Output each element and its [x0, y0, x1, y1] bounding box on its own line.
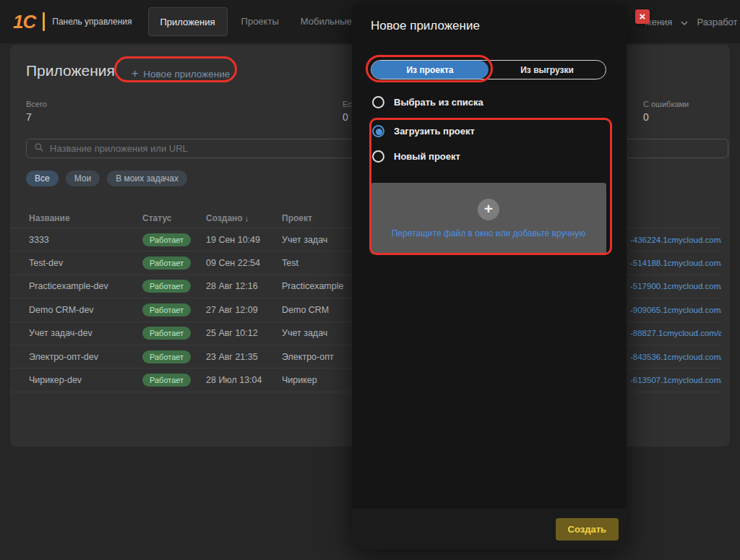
status-cell: Работает — [142, 257, 206, 270]
app-name: Учет задач-dev — [29, 328, 142, 338]
status-cell: Работает — [142, 233, 206, 246]
app-url-link[interactable]: -909065.1cmycloud.com/app — [630, 306, 721, 314]
app-name: Test-dev — [29, 258, 142, 268]
stat-errors: С ошибками 0 — [643, 100, 689, 123]
stat-errors-value: 0 — [643, 111, 689, 123]
status-badge: Работает — [142, 350, 191, 363]
panel-label: Панель управления — [52, 17, 132, 27]
app-name: Practicexample-dev — [29, 281, 142, 291]
nav-tab-projects[interactable]: Проекты — [231, 0, 290, 43]
filter-chips: Все Мои В моих задачах — [26, 171, 187, 186]
new-app-button[interactable]: + Новое приложение — [132, 68, 230, 79]
stat-total-value: 7 — [26, 111, 47, 123]
create-button[interactable]: Создать — [556, 518, 619, 540]
radio-unchecked-icon[interactable] — [372, 150, 384, 163]
add-file-icon: + — [478, 199, 499, 220]
radio-checked-icon[interactable] — [372, 125, 384, 137]
status-cell: Работает — [142, 374, 206, 387]
new-app-modal: Новое приложение Из проекта Из выгрузки … — [352, 4, 627, 549]
app-name: 3333 — [29, 235, 142, 245]
created-date: 19 Сен 10:49 — [206, 235, 282, 245]
status-badge: Работает — [142, 280, 191, 293]
option-upload-project[interactable]: Загрузить проект — [372, 125, 603, 137]
app-name: Чирикер-dev — [29, 375, 142, 385]
1c-logo: 1С — [13, 11, 35, 33]
status-cell: Работает — [142, 303, 206, 316]
status-cell: Работает — [142, 350, 206, 363]
app-url-link[interactable]: -514188.1cmycloud.com/app — [630, 259, 721, 267]
status-badge: Работает — [142, 374, 191, 387]
app-url-link[interactable]: -843536.1cmycloud.com/app — [630, 353, 721, 361]
filter-my-tasks[interactable]: В моих задачах — [107, 171, 187, 186]
filter-all[interactable]: Все — [26, 171, 59, 186]
filter-mine[interactable]: Мои — [66, 171, 100, 186]
option-new-project[interactable]: Новый проект — [372, 150, 603, 163]
nav-right: жения Разработ — [645, 0, 740, 43]
created-date: 28 Июл 13:04 — [206, 375, 282, 385]
col-status[interactable]: Статус — [142, 213, 206, 223]
col-name[interactable]: Название — [29, 213, 142, 223]
status-cell: Работает — [142, 280, 206, 293]
source-options: Выбрать из списка Загрузить проект Новый… — [372, 96, 603, 163]
chevron-down-icon[interactable] — [681, 18, 688, 25]
stat-total-label: Всего — [26, 100, 47, 108]
option-label: Новый проект — [394, 151, 460, 162]
option-label: Выбрать из списка — [394, 97, 483, 108]
created-date: 09 Сен 22:54 — [206, 258, 282, 268]
modal-title: Новое приложение — [371, 19, 480, 33]
status-badge: Работает — [142, 257, 191, 270]
source-segmented-control: Из проекта Из выгрузки — [371, 60, 606, 79]
app-url-link[interactable]: -88827.1cmycloud.com/appl — [630, 329, 721, 337]
created-date: 23 Авг 21:35 — [206, 352, 282, 362]
tab-from-project[interactable]: Из проекта — [371, 61, 489, 79]
created-date: 25 Авг 10:12 — [206, 328, 282, 338]
app-name: Demo CRM-dev — [29, 305, 142, 315]
modal-footer: Создать — [352, 509, 627, 549]
app-url-link[interactable]: -613507.1cmycloud.com/app — [630, 376, 721, 384]
status-badge: Работает — [142, 233, 191, 246]
modal-close-button[interactable]: × — [635, 9, 650, 24]
page-title: Приложения — [26, 62, 115, 79]
status-badge: Работает — [142, 327, 191, 340]
nav-tab-apps[interactable]: Приложения — [148, 7, 228, 36]
radio-unchecked-icon[interactable] — [372, 96, 384, 108]
app-url-link[interactable]: -436224.1cmycloud.com/app — [630, 236, 721, 244]
status-cell: Работает — [142, 327, 206, 340]
stat-errors-label: С ошибками — [643, 100, 689, 108]
accent-divider — [43, 12, 45, 31]
dropzone-hint[interactable]: Перетащите файл в окно или добавьте вруч… — [392, 228, 586, 238]
nav-dev-label[interactable]: Разработ — [697, 17, 737, 27]
col-created[interactable]: Создано↓ — [206, 213, 282, 223]
app-name: Электро-опт-dev — [29, 352, 142, 362]
new-app-button-label: Новое приложение — [143, 69, 230, 79]
created-date: 27 Авг 12:09 — [206, 305, 282, 315]
stat-total: Всего 7 — [26, 100, 47, 123]
option-label: Загрузить проект — [394, 126, 475, 137]
created-date: 28 Авг 12:16 — [206, 281, 282, 291]
tab-from-export[interactable]: Из выгрузки — [489, 61, 606, 79]
plus-icon: + — [132, 68, 138, 79]
app-url-link[interactable]: -517900.1cmycloud.com/app — [630, 282, 721, 290]
file-dropzone[interactable]: + Перетащите файл в окно или добавьте вр… — [371, 183, 606, 254]
option-choose-from-list[interactable]: Выбрать из списка — [372, 96, 603, 108]
status-badge: Работает — [142, 303, 191, 316]
search-icon — [34, 142, 44, 155]
sort-desc-icon: ↓ — [245, 214, 249, 223]
